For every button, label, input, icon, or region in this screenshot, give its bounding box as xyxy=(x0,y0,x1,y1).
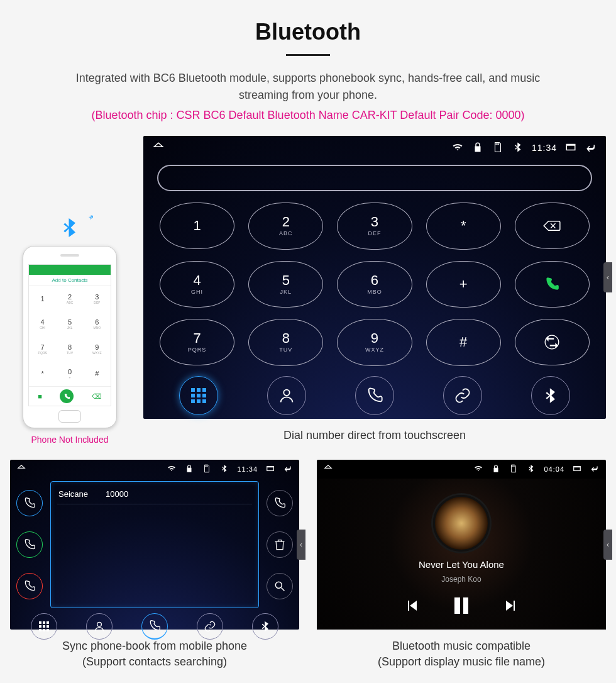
dial-key-8[interactable]: 8TUV xyxy=(248,319,323,366)
album-art xyxy=(433,495,490,552)
headunit-dialer-screen: 11:34 12ABC3DEF*4GHI5JKL6MBO+7PQRS8TUV9W… xyxy=(143,136,606,419)
phone-key: 7PQRS xyxy=(29,336,56,362)
sd-icon xyxy=(509,464,519,474)
phone-key: 0+ xyxy=(56,361,83,386)
link-icon xyxy=(204,620,216,633)
tab-bluetooth[interactable] xyxy=(252,613,278,640)
dial-key-3[interactable]: 3DEF xyxy=(337,203,412,250)
phone-outline-icon xyxy=(148,619,161,632)
bt-status-icon xyxy=(526,464,536,474)
side-drawer-handle[interactable]: ‹ xyxy=(603,530,612,560)
phone-key: 1 xyxy=(29,286,56,311)
phone-key: 9WXYZ xyxy=(84,336,111,362)
status-time: 04:04 xyxy=(544,465,564,473)
bluetooth-specs: (Bluetooth chip : CSR BC6 Default Blueto… xyxy=(6,109,610,122)
phonebook-caption: Sync phone-book from mobile phone (Suppo… xyxy=(10,638,299,670)
home-icon[interactable] xyxy=(323,464,333,474)
contact-list[interactable]: Seicane 10000 xyxy=(50,481,259,608)
bt-status-icon xyxy=(512,142,524,155)
tab-keypad[interactable] xyxy=(179,376,218,415)
phonebook-missed-icon[interactable] xyxy=(16,573,43,599)
phone-key: * xyxy=(29,361,56,386)
search-contact-button[interactable] xyxy=(267,573,293,599)
tab-bluetooth[interactable] xyxy=(531,376,570,415)
phonebook-dialed-icon[interactable] xyxy=(16,531,43,558)
call-key[interactable] xyxy=(515,261,590,308)
dial-key-5[interactable]: 5JKL xyxy=(248,261,323,308)
phone-key: 2ABC xyxy=(56,286,83,311)
next-track-button[interactable] xyxy=(503,598,519,613)
lock-icon xyxy=(471,142,484,155)
side-drawer-handle[interactable]: ‹ xyxy=(603,262,612,292)
phone-key: # xyxy=(84,361,111,386)
page-description: Integrated with BC6 Bluetooth module, su… xyxy=(50,70,566,104)
bluetooth-icon xyxy=(58,216,81,245)
contact-number: 10000 xyxy=(106,489,128,499)
dial-key-4[interactable]: 4GHI xyxy=(160,261,234,308)
side-drawer-handle[interactable]: ‹ xyxy=(297,530,305,560)
dial-contact-button[interactable] xyxy=(267,490,293,516)
phonebook-received-icon[interactable] xyxy=(16,490,43,516)
phone-key: 5JKL xyxy=(56,311,83,336)
smartphone-mockup: Add to Contacts 12ABC3DEF4GHI5JKL6MNO7PQ… xyxy=(23,246,117,428)
back-icon[interactable] xyxy=(283,464,293,474)
recents-icon[interactable] xyxy=(265,464,275,474)
tab-contacts[interactable] xyxy=(86,613,113,640)
person-icon xyxy=(278,387,295,404)
person-icon xyxy=(93,620,106,633)
wifi-icon xyxy=(451,142,464,155)
lock-icon xyxy=(184,464,194,474)
dialer-caption: Dial number direct from touchscreen xyxy=(143,428,606,443)
headunit-music-screen: 04:04 Never Let You Alone Joseph Koo xyxy=(317,460,606,630)
contact-row[interactable]: Seicane 10000 xyxy=(57,487,252,504)
music-caption: Bluetooth music compatible (Support disp… xyxy=(317,638,606,670)
home-icon[interactable] xyxy=(16,464,26,474)
back-icon[interactable] xyxy=(585,142,597,153)
swap-key[interactable] xyxy=(515,319,590,365)
backspace-key[interactable] xyxy=(515,203,590,249)
song-artist: Joseph Koo xyxy=(441,575,481,584)
tab-pairing[interactable] xyxy=(443,376,482,415)
dial-key-+[interactable]: + xyxy=(426,261,501,308)
tab-pairing[interactable] xyxy=(197,613,223,640)
contact-name: Seicane xyxy=(58,489,88,499)
phone-key: 4GHI xyxy=(29,311,56,336)
status-time: 11:34 xyxy=(532,143,557,153)
dial-input[interactable] xyxy=(157,165,592,191)
backspace-icon xyxy=(542,219,561,233)
phone-key: 8TUV xyxy=(56,336,83,362)
dial-key-6[interactable]: 6MBO xyxy=(337,261,412,308)
dial-key-7[interactable]: 7PQRS xyxy=(160,319,234,365)
phone-video-icon: ■ xyxy=(38,392,42,400)
back-icon[interactable] xyxy=(590,464,600,474)
add-to-contacts-label: Add to Contacts xyxy=(29,275,111,286)
dial-key-*[interactable]: * xyxy=(426,203,501,250)
phone-not-included-note: Phone Not Included xyxy=(10,435,129,445)
tab-contacts[interactable] xyxy=(267,376,306,415)
keypad-icon xyxy=(39,621,49,631)
phone-key: 3DEF xyxy=(84,286,111,311)
phone-outline-icon xyxy=(366,387,383,404)
sd-icon xyxy=(492,142,504,155)
tab-recents[interactable] xyxy=(141,613,168,640)
status-time: 11:34 xyxy=(237,465,258,473)
play-pause-button[interactable] xyxy=(454,597,468,614)
prev-track-button[interactable] xyxy=(404,598,419,613)
dial-key-2[interactable]: 2ABC xyxy=(248,203,323,250)
phone-icon xyxy=(544,276,560,292)
dial-key-9[interactable]: 9WXYZ xyxy=(337,319,412,366)
recents-icon[interactable] xyxy=(564,142,577,155)
dial-key-1[interactable]: 1 xyxy=(160,203,234,249)
tab-recents[interactable] xyxy=(355,376,394,415)
lock-icon xyxy=(491,464,501,474)
tab-keypad[interactable] xyxy=(31,613,57,640)
bt-status-icon xyxy=(219,464,229,474)
page-title: Bluetooth xyxy=(6,19,610,45)
wifi-icon xyxy=(167,464,177,474)
keypad-icon xyxy=(191,388,206,403)
bt-icon xyxy=(259,620,272,633)
delete-contact-button[interactable] xyxy=(267,531,293,558)
dial-key-#[interactable]: # xyxy=(426,319,501,366)
recents-icon[interactable] xyxy=(572,464,582,474)
home-icon[interactable] xyxy=(152,142,165,155)
